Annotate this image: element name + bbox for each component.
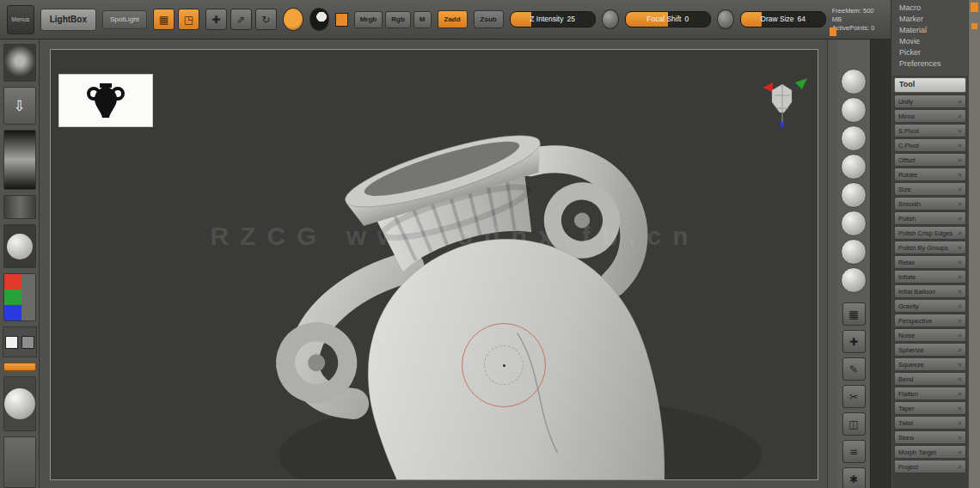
tool-panel-row[interactable]: Rotate »	[894, 168, 966, 181]
focal-shift-knob-icon[interactable]	[602, 9, 619, 29]
stroke-picker-tile[interactable]: ⇩	[3, 87, 36, 125]
tool-panel-row[interactable]: Taper »	[894, 401, 966, 415]
tool-panel-row[interactable]: C.Pivot »	[894, 138, 966, 152]
secondary-color-swatch[interactable]	[21, 336, 34, 349]
panels-icon[interactable]: ◫	[842, 412, 866, 436]
tool-panel-row[interactable]: Twist »	[894, 416, 966, 430]
sculpt-canvas[interactable]: RZCG www.qdnx.fb.cn	[50, 49, 818, 480]
color-picker-tile[interactable]	[3, 273, 36, 321]
matcap-sphere[interactable]	[841, 239, 867, 265]
paint-mode-button[interactable]: Rgb	[385, 11, 411, 28]
focal-shift-slider[interactable]: Focal Shift 0	[625, 11, 711, 27]
vase-silhouette-thumbnail[interactable]	[58, 74, 153, 127]
clip-icon[interactable]: ✂	[842, 385, 866, 408]
menu-item[interactable]: Picker	[891, 47, 968, 58]
matcap-sphere[interactable]	[841, 69, 867, 95]
tool-panel-row[interactable]: Gravity »	[894, 299, 966, 313]
menu-item[interactable]: Preferences	[891, 58, 968, 70]
row-label: Taper	[898, 405, 915, 412]
zsub-button[interactable]: Zsub	[474, 10, 504, 28]
tool-panel-row[interactable]: Morph Target »	[894, 445, 966, 459]
slider-grip-icon: »	[958, 127, 962, 135]
tool-panel-row[interactable]: Bend »	[894, 372, 966, 386]
tool-panel-row[interactable]: Size »	[894, 182, 966, 196]
menu-item[interactable]: Macro	[891, 3, 968, 14]
shelf-glyph-icon: ▦	[848, 308, 858, 320]
texture-picker-tile[interactable]	[3, 195, 36, 219]
tool-panel-row[interactable]: Polish Crisp Edges »	[894, 226, 966, 240]
matcap-sphere[interactable]	[841, 182, 867, 208]
material-picker-tile[interactable]	[3, 224, 36, 269]
tool-panel-row[interactable]: Smooth »	[894, 197, 966, 210]
spotlight-button[interactable]: SpotLight	[102, 10, 147, 29]
matcap-sphere[interactable]	[841, 210, 867, 236]
tool-panel-row[interactable]: Squeeze »	[894, 357, 966, 371]
tool-panel-row[interactable]: Project »	[894, 460, 966, 473]
shelf-glyph-icon: ✚	[849, 336, 858, 348]
rotate-button[interactable]: ↻	[255, 9, 277, 30]
move-button[interactable]: ✚	[205, 9, 227, 30]
matcap-sphere[interactable]	[841, 125, 867, 151]
asterisk-icon[interactable]: ✱	[842, 467, 866, 488]
tool-panel-row[interactable]: Polish »	[894, 211, 966, 225]
list-icon[interactable]: ≡	[842, 440, 866, 463]
tool-panel-row[interactable]: Inflat Balloon »	[894, 284, 966, 298]
quick-edit-button[interactable]: ◳	[178, 9, 199, 30]
menu-item[interactable]: Marker	[891, 14, 968, 25]
grid-icon[interactable]: ▦	[842, 302, 866, 326]
tool-panel-header[interactable]: Tool	[894, 77, 966, 93]
color-circle-button[interactable]	[283, 8, 303, 31]
row-label: Offset	[898, 156, 916, 164]
primary-color-swatch[interactable]	[5, 336, 18, 349]
menu-item[interactable]: Material	[891, 25, 968, 36]
right-scrollbar[interactable]	[968, 0, 980, 488]
zadd-button[interactable]: Zadd	[438, 10, 468, 28]
matcap-sphere[interactable]	[841, 97, 867, 123]
paint-mode-button[interactable]: M	[413, 11, 432, 28]
paint-mode-button[interactable]: Mrgb	[354, 11, 383, 28]
shelf-glyph-icon: ✎	[849, 363, 858, 375]
transpose-icon[interactable]: ✚	[842, 330, 866, 353]
tool-panel-row[interactable]: Flatten »	[894, 387, 966, 400]
edit-mode-group: ▦ ◳	[153, 9, 199, 30]
material-circle-button[interactable]	[309, 8, 330, 31]
menu-item[interactable]: Movie	[891, 36, 968, 47]
scale-button[interactable]: ⇗	[230, 9, 252, 30]
tool-panel-row[interactable]: Skew »	[894, 430, 966, 444]
edit-object-button[interactable]: ▦	[153, 9, 175, 30]
shelf-extra-tile[interactable]	[3, 436, 36, 488]
tool-panel-row[interactable]: Spherize »	[894, 343, 966, 357]
down-arrow-icon: ⇩	[13, 97, 25, 114]
tool-panel-row[interactable]: S.Pivot »	[894, 124, 966, 137]
tool-panel-row[interactable]: Polish By Groups »	[894, 241, 966, 254]
matcap-sphere[interactable]	[841, 154, 867, 180]
row-label: Squeeze	[898, 361, 924, 369]
tool-panel-row[interactable]: Unify »	[894, 95, 966, 108]
row-label: Project	[898, 463, 918, 471]
alpha-picker-tile[interactable]	[3, 130, 36, 190]
row-label: Polish Crisp Edges	[898, 229, 952, 237]
lightbox-button[interactable]: LightBox	[40, 9, 96, 31]
tool-panel-row[interactable]: Perspective »	[894, 314, 966, 327]
button-glyph-icon: ▦	[159, 14, 168, 26]
tool-panel: Tool Unify » Mirror » S.Pivot »	[892, 76, 968, 488]
current-material-tile[interactable]	[3, 376, 36, 431]
z-intensity-slider[interactable]: Z Intensity 25	[510, 11, 596, 27]
tool-panel-row[interactable]: Mirror »	[894, 109, 966, 123]
tool-panel-row[interactable]: Inflate »	[894, 270, 966, 284]
material-ball-icon	[4, 388, 35, 419]
current-color-swatch[interactable]	[335, 13, 347, 27]
brush-preview-tile[interactable]	[3, 44, 36, 82]
draw-size-slider[interactable]: Draw Size 64	[740, 11, 826, 27]
tool-panel-row[interactable]: Offset »	[894, 153, 966, 167]
matcap-sphere[interactable]	[841, 267, 867, 293]
pen-icon[interactable]: ✎	[842, 357, 866, 381]
tool-panel-row[interactable]: Relax »	[894, 255, 966, 269]
draw-size-knob-icon[interactable]	[717, 9, 734, 29]
tool-panel-row[interactable]: Noise »	[894, 328, 966, 342]
menus-button[interactable]: Menus	[7, 5, 34, 34]
camera-orientation-gizmo[interactable]	[754, 74, 811, 131]
slider-grip-icon: »	[958, 419, 962, 427]
scrollbar-marker	[971, 3, 978, 12]
switch-color-bar[interactable]	[3, 363, 36, 371]
